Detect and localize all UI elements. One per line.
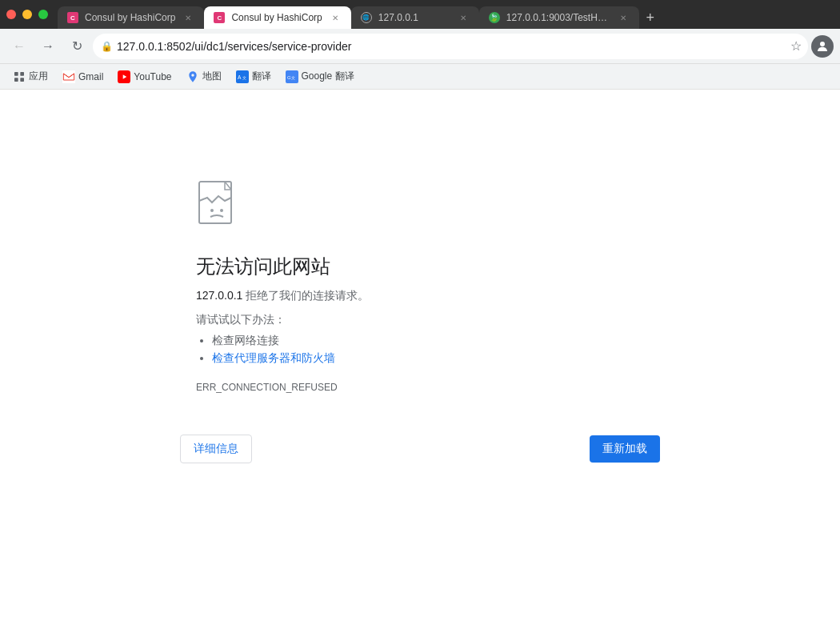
- bookmark-translate1-label: 翻译: [252, 70, 271, 83]
- tab-favicon-4: 🍃: [489, 12, 500, 23]
- tab-title-3: 127.0.0.1: [378, 12, 450, 23]
- error-subtitle-text: 拒绝了我们的连接请求。: [242, 289, 369, 302]
- tab-favicon-1: C: [67, 12, 78, 23]
- svg-rect-4: [20, 78, 24, 82]
- tab-favicon-3: 🌐: [361, 12, 372, 23]
- error-buttons: 详细信息 重新加载: [180, 435, 660, 463]
- bookmark-translate1[interactable]: A 文 翻译: [230, 66, 278, 86]
- error-subtitle: 127.0.0.1 拒绝了我们的连接请求。: [196, 289, 369, 303]
- tab-title-1: Consul by HashiCorp: [85, 12, 175, 23]
- error-try-text: 请试试以下办法：: [196, 313, 286, 327]
- svg-point-16: [220, 209, 223, 212]
- bookmark-maps[interactable]: 地图: [180, 66, 228, 86]
- tab-close-1[interactable]: ✕: [182, 11, 194, 24]
- svg-rect-3: [14, 78, 18, 82]
- bookmark-translate2[interactable]: G 文 Google 翻译: [279, 66, 361, 86]
- bookmark-translate2-label: Google 翻译: [302, 70, 354, 83]
- error-container: 无法访问此网站 127.0.0.1 拒绝了我们的连接请求。 请试试以下办法： 检…: [180, 180, 660, 419]
- error-proxy-link[interactable]: 检查代理服务器和防火墙: [212, 351, 335, 364]
- youtube-icon: [118, 70, 130, 83]
- tab-favicon-2: C: [214, 12, 225, 23]
- navbar: ← → ↻ 🔒 ☆: [0, 29, 840, 64]
- tab-consul-2[interactable]: C Consul by HashiCorp ✕: [204, 6, 350, 29]
- error-list-item-1: 检查网络连接: [212, 334, 335, 348]
- back-button[interactable]: ←: [6, 34, 32, 59]
- error-title: 无法访问此网站: [196, 254, 330, 279]
- minimize-button[interactable]: [22, 10, 32, 19]
- tabs-bar: C Consul by HashiCorp ✕ C Consul by Hash…: [58, 0, 834, 29]
- bookmark-apps[interactable]: 应用: [6, 66, 54, 86]
- gmail-icon: [62, 70, 75, 83]
- maps-icon: [186, 70, 199, 83]
- grid-icon: [13, 70, 26, 83]
- titlebar: C Consul by HashiCorp ✕ C Consul by Hash…: [0, 0, 840, 29]
- svg-point-15: [210, 209, 214, 212]
- reload-page-button[interactable]: 重新加载: [590, 435, 660, 463]
- bookmark-youtube[interactable]: YouTube: [111, 67, 178, 86]
- translate1-icon: A 文: [236, 70, 249, 83]
- tab-title-2: Consul by HashiCorp: [231, 12, 322, 23]
- error-code: ERR_CONNECTION_REFUSED: [196, 382, 338, 393]
- svg-rect-14: [199, 182, 231, 223]
- close-button[interactable]: [6, 10, 16, 19]
- forward-button[interactable]: →: [35, 34, 61, 59]
- svg-rect-2: [20, 72, 24, 76]
- address-bar-container: 🔒 ☆: [93, 34, 808, 59]
- tab-close-2[interactable]: ✕: [329, 11, 342, 24]
- bookmarks-bar: 应用 Gmail YouTube 地图 A 文 翻译: [0, 64, 840, 90]
- tab-close-3[interactable]: ✕: [457, 11, 470, 24]
- bookmark-apps-label: 应用: [29, 70, 48, 83]
- bookmark-gmail-label: Gmail: [78, 71, 103, 82]
- address-input[interactable]: [93, 34, 808, 59]
- svg-text:G: G: [287, 74, 291, 79]
- svg-text:文: 文: [291, 74, 295, 79]
- bookmark-youtube-label: YouTube: [134, 71, 171, 82]
- tab-testhello[interactable]: 🍃 127.0.0.1:9003/TestHello ✕: [479, 6, 639, 29]
- svg-rect-1: [14, 72, 18, 76]
- tab-consul-1[interactable]: C Consul by HashiCorp ✕: [58, 6, 204, 29]
- svg-rect-5: [62, 70, 75, 83]
- details-button[interactable]: 详细信息: [180, 435, 252, 463]
- main-content: 无法访问此网站 127.0.0.1 拒绝了我们的连接请求。 请试试以下办法： 检…: [0, 90, 840, 633]
- error-icon: [196, 180, 241, 234]
- error-ip: 127.0.0.1: [196, 289, 242, 302]
- broken-page-svg: [196, 180, 241, 231]
- window-controls: [6, 10, 48, 19]
- profile-button[interactable]: [811, 35, 834, 58]
- tab-127[interactable]: 🌐 127.0.0.1 ✕: [351, 6, 479, 29]
- maximize-button[interactable]: [38, 10, 48, 19]
- translate2-icon: G 文: [286, 70, 298, 83]
- svg-point-0: [820, 42, 825, 46]
- error-list-item-2: 检查代理服务器和防火墙: [212, 351, 335, 366]
- new-tab-button[interactable]: +: [639, 6, 662, 29]
- bookmark-maps-label: 地图: [202, 70, 222, 83]
- error-list: 检查网络连接 检查代理服务器和防火墙: [196, 334, 335, 369]
- svg-text:A: A: [238, 74, 242, 79]
- tab-close-4[interactable]: ✕: [617, 11, 630, 24]
- bookmark-gmail[interactable]: Gmail: [56, 67, 110, 86]
- star-icon[interactable]: ☆: [790, 38, 802, 54]
- tab-title-4: 127.0.0.1:9003/TestHello: [506, 12, 610, 23]
- lock-icon: 🔒: [101, 41, 113, 52]
- error-list-item-1-text: 检查网络连接: [212, 334, 279, 347]
- svg-text:文: 文: [242, 74, 246, 79]
- reload-button[interactable]: ↻: [64, 34, 90, 59]
